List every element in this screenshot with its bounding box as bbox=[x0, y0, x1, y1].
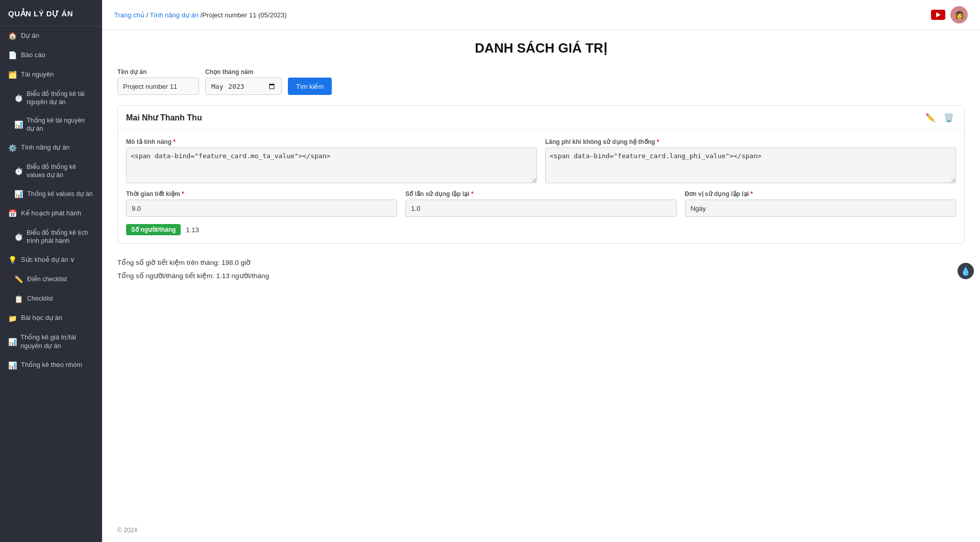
badge-row: Số người/tháng 1.13 bbox=[126, 224, 956, 235]
footer: © 2024 bbox=[102, 519, 980, 542]
page-title: DANH SÁCH GIÁ TRỊ bbox=[117, 40, 965, 56]
sidebar-item-ke-hoach[interactable]: 📅 Kế hoạch phát hành bbox=[0, 204, 102, 223]
feature-card: Mai Như Thanh Thu ✏️ 🗑️ Mô tả tính năng … bbox=[117, 105, 965, 244]
mo-ta-label: Mô tả tính năng * bbox=[126, 138, 537, 145]
sidebar-label-bao-cao: Báo cáo bbox=[21, 51, 45, 60]
chart-icon-1: ⏱️ bbox=[14, 93, 22, 103]
breadcrumb-home[interactable]: Trang chủ bbox=[114, 11, 146, 19]
month-label: Chọn tháng năm bbox=[205, 68, 282, 76]
sidebar-label-dien-checklist: Điền checklist bbox=[27, 275, 67, 283]
gear-icon: ⚙️ bbox=[8, 143, 17, 153]
home-icon: 🏠 bbox=[8, 31, 17, 40]
youtube-icon[interactable] bbox=[931, 10, 945, 20]
pencil-icon: ✏️ bbox=[14, 275, 23, 284]
sidebar-item-bao-cao[interactable]: 📄 Báo cáo bbox=[0, 45, 102, 65]
mo-ta-field: Mô tả tính năng * <span data-bind="featu… bbox=[126, 138, 537, 183]
feature-card-title: Mai Như Thanh Thu bbox=[126, 113, 202, 122]
sidebar-item-thong-ke-tn[interactable]: 📊 Thống kê tài nguyên dự án bbox=[0, 111, 102, 138]
sidebar-item-suc-khoe[interactable]: 💡 Sức khoẻ dự án ∨ bbox=[0, 250, 102, 269]
sidebar-label-tinh-nang: Tính năng dự án bbox=[21, 143, 69, 152]
sidebar-item-thong-ke-values[interactable]: 📊 Thống kê values dự án bbox=[0, 184, 102, 204]
app-title: QUẢN LÝ DỰ ÁN bbox=[0, 0, 102, 26]
summary-section: Tổng số giờ tiết kiệm trên tháng: 198.0 … bbox=[117, 256, 965, 282]
edit-button[interactable]: ✏️ bbox=[923, 112, 938, 124]
sidebar-label-thong-ke-gia-tri: Thống kê giá trị/tài nguyên dự án bbox=[20, 333, 94, 351]
lang-phi-label: Lãng phí khi không sử dụng hệ thống * bbox=[545, 138, 956, 145]
topbar: Trang chủ / Tính năng dự án /Project num… bbox=[102, 0, 980, 30]
breadcrumb: Trang chủ / Tính năng dự án /Project num… bbox=[114, 11, 287, 19]
breadcrumb-current: Project number 11 (05/2023) bbox=[202, 11, 286, 19]
don-vi-field: Đơn vị sử dụng lặp lại * bbox=[685, 190, 956, 217]
page-body: DANH SÁCH GIÁ TRỊ Tên dự án Chọn tháng n… bbox=[102, 30, 980, 519]
lang-phi-textarea[interactable]: <span data-bind="feature_card.lang_phi_v… bbox=[545, 147, 956, 183]
sidebar-item-bieu-do-values[interactable]: ⏱️ Biểu đồ thống kê values dự án bbox=[0, 158, 102, 185]
don-vi-label: Đơn vị sử dụng lặp lại * bbox=[685, 190, 956, 198]
stats-icon-1: 📊 bbox=[8, 337, 16, 347]
filter-bar: Tên dự án Chọn tháng năm Tìm kiếm bbox=[117, 68, 965, 95]
sidebar-item-thong-ke-nhom[interactable]: 📊 Thống kê theo nhóm bbox=[0, 356, 102, 375]
sidebar: QUẢN LÝ DỰ ÁN 🏠 Dự án 📄 Báo cáo 🗂️ Tài n… bbox=[0, 0, 102, 542]
health-icon: 💡 bbox=[8, 255, 17, 264]
sidebar-item-checklist[interactable]: 📋 Checklist bbox=[0, 289, 102, 309]
chart-icon-2: ⏱️ bbox=[14, 166, 22, 176]
sidebar-label-thong-ke-tn: Thống kê tài nguyên dự án bbox=[27, 116, 94, 133]
sidebar-label-bieu-do-lich-trinh: Biểu đồ thống kê lịch trình phát hành bbox=[27, 229, 94, 245]
sidebar-item-bieu-do-lich-trinh[interactable]: ⏱️ Biểu đồ thống kê lịch trình phát hành bbox=[0, 224, 102, 251]
so-lan-label: Số lần sử dụng lặp lại * bbox=[405, 190, 676, 198]
sidebar-item-dien-checklist[interactable]: ✏️ Điền checklist bbox=[0, 269, 102, 289]
feature-card-actions: ✏️ 🗑️ bbox=[923, 112, 956, 124]
delete-button[interactable]: 🗑️ bbox=[942, 112, 956, 124]
mo-ta-textarea[interactable]: <span data-bind="feature_card.mo_ta_valu… bbox=[126, 147, 537, 183]
sidebar-label-thong-ke-values: Thống kê values dự án bbox=[27, 190, 93, 198]
sidebar-item-tinh-nang[interactable]: ⚙️ Tính năng dự án bbox=[0, 138, 102, 158]
project-filter-field: Tên dự án bbox=[117, 68, 199, 95]
calendar-icon: 📅 bbox=[8, 209, 17, 218]
so-lan-field: Số lần sử dụng lặp lại * bbox=[405, 190, 676, 217]
sidebar-item-thong-ke-gia-tri[interactable]: 📊 Thống kê giá trị/tài nguyên dự án bbox=[0, 328, 102, 356]
sidebar-item-bai-hoc[interactable]: 📁 Bài học dự án bbox=[0, 309, 102, 328]
breadcrumb-feature[interactable]: Tính năng dự án bbox=[148, 11, 200, 19]
sidebar-item-tai-nguyen[interactable]: 🗂️ Tài nguyên bbox=[0, 65, 102, 84]
main-content: Trang chủ / Tính năng dự án /Project num… bbox=[102, 0, 980, 542]
thoi-gian-field: Thời gian tiết kiệm * bbox=[126, 190, 397, 217]
month-filter-field: Chọn tháng năm bbox=[205, 68, 282, 95]
sidebar-label-tai-nguyen: Tài nguyên bbox=[21, 70, 54, 79]
feature-card-body: Mô tả tính năng * <span data-bind="featu… bbox=[118, 130, 964, 243]
bar-icon-2: 📊 bbox=[14, 189, 23, 199]
sidebar-label-bieu-do-tn: Biểu đồ thống kê tài nguyên dự án bbox=[27, 90, 94, 107]
resource-icon: 🗂️ bbox=[8, 70, 17, 79]
badge-value: 1.13 bbox=[186, 226, 199, 234]
bar-icon-1: 📊 bbox=[14, 120, 22, 129]
folder-icon: 📁 bbox=[8, 314, 17, 323]
project-input[interactable] bbox=[117, 78, 199, 95]
sidebar-item-du-an[interactable]: 🏠 Dự án bbox=[0, 26, 102, 45]
thoi-gian-input[interactable] bbox=[126, 200, 397, 217]
stats-icon-2: 📊 bbox=[8, 361, 17, 370]
project-label: Tên dự án bbox=[117, 68, 199, 76]
topbar-right: 👩 bbox=[931, 6, 968, 23]
sidebar-label-checklist: Checklist bbox=[27, 294, 53, 303]
thoi-gian-label: Thời gian tiết kiệm * bbox=[126, 190, 397, 198]
feature-card-header: Mai Như Thanh Thu ✏️ 🗑️ bbox=[118, 106, 964, 130]
month-input[interactable] bbox=[205, 78, 282, 95]
report-icon: 📄 bbox=[8, 51, 17, 60]
feature-row-1: Mô tả tính năng * <span data-bind="featu… bbox=[126, 138, 956, 183]
checklist-icon: 📋 bbox=[14, 294, 23, 304]
so-lan-input[interactable] bbox=[405, 200, 676, 217]
sidebar-label-du-an: Dự án bbox=[21, 32, 39, 40]
sidebar-item-bieu-do-tn[interactable]: ⏱️ Biểu đồ thống kê tài nguyên dự án bbox=[0, 85, 102, 112]
sidebar-label-suc-khoe: Sức khoẻ dự án ∨ bbox=[21, 256, 75, 264]
chart-icon-3: ⏱️ bbox=[14, 232, 22, 241]
summary-line-2: Tổng số người/tháng tiết kiệm: 1.13 ngườ… bbox=[117, 269, 965, 283]
search-button[interactable]: Tìm kiếm bbox=[288, 78, 332, 95]
sidebar-label-bieu-do-values: Biểu đồ thống kê values dự án bbox=[27, 163, 94, 180]
sidebar-label-thong-ke-nhom: Thống kê theo nhóm bbox=[21, 361, 82, 369]
don-vi-input[interactable] bbox=[685, 200, 956, 217]
floating-action-icon[interactable]: 💧 bbox=[958, 263, 974, 279]
lang-phi-field: Lãng phí khi không sử dụng hệ thống * <s… bbox=[545, 138, 956, 183]
user-avatar[interactable]: 👩 bbox=[950, 6, 968, 23]
feature-row-2: Thời gian tiết kiệm * Số lần sử dụng lặp… bbox=[126, 190, 956, 217]
sidebar-label-bai-hoc: Bài học dự án bbox=[21, 314, 62, 323]
badge-label: Số người/tháng bbox=[126, 224, 181, 235]
sidebar-label-ke-hoach: Kế hoạch phát hành bbox=[21, 209, 81, 218]
